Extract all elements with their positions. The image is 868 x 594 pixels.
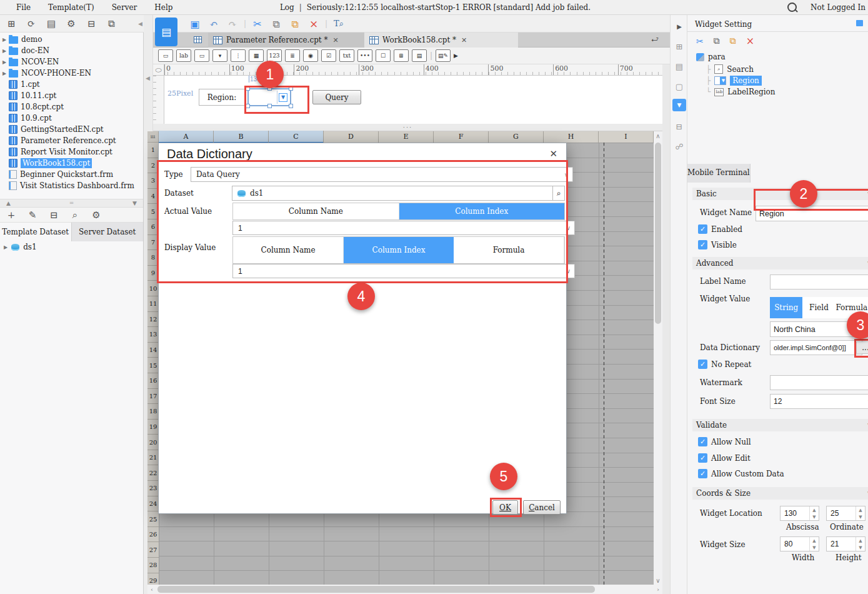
file-tree-item[interactable]: ▶ 10.9.cpt [0,113,143,124]
section-validate[interactable]: Validate▼ [692,419,868,431]
dialog-close-icon[interactable]: ✕ [549,148,557,159]
cell-element-icon[interactable]: ⊞ [672,40,686,53]
textarea-widget-icon[interactable]: ≣ [285,49,300,62]
dataset-settings-icon[interactable]: ⚙ [90,209,102,221]
file-tree-item[interactable]: ▶ Report Visit Monitor.cpt [0,146,143,158]
file-tree-item[interactable]: ▶ 10.8cpt.cpt [0,101,143,113]
toggle-option[interactable]: Column Index [344,237,454,263]
expand-arrow-icon[interactable]: ▶ [2,59,9,65]
undo-icon[interactable]: ↶ [206,16,221,31]
password-widget-icon[interactable]: ••• [357,49,372,62]
column-header[interactable]: F [434,131,489,143]
spin-down-icon[interactable]: ▼ [810,544,819,551]
row-header[interactable]: 28 [147,558,159,573]
splitter-up-icon[interactable]: ▲ [6,200,11,206]
horizontal-scroll-thumb[interactable] [157,586,595,593]
template-quick-access-icon[interactable]: ▤ [155,18,177,46]
label-name-input[interactable] [770,274,868,289]
tree-item-para[interactable]: para [696,53,726,61]
watermark-input[interactable] [770,375,868,390]
cut-icon[interactable]: ✂ [250,16,265,31]
no-repeat-checkbox[interactable]: ✓ [698,360,707,369]
tree-item-labelregion[interactable]: └ lab LabelRegion [706,88,776,96]
splitter-handle-icon[interactable]: = [69,200,74,206]
tab-list-icon[interactable]: ⮐ [651,35,659,44]
find-replace-icon[interactable]: T⌕ [331,16,346,31]
combobox-widget-icon[interactable]: ▾ [212,49,227,62]
scroll-left-icon[interactable]: ‹ [147,585,156,594]
dataset-item-ds1[interactable]: ▶ ds1 [4,243,37,251]
row-header[interactable]: 4 [147,189,159,204]
cancel-button[interactable]: Cancel [523,500,561,515]
row-header[interactable]: 23 [147,481,159,496]
preview-dataset-icon[interactable]: ⌕ [552,186,565,201]
file-tree-item[interactable]: ▶ doc-EN [0,45,143,56]
combobox-dropdown-icon[interactable]: ▼ [277,91,289,104]
expand-arrow-icon[interactable]: ▶ [2,37,9,43]
condition-attribute-icon[interactable]: ⊟ [672,120,686,133]
more-widgets-icon[interactable]: ▶ [454,53,458,59]
combocheck-widget-icon[interactable]: ⋮ [231,49,246,62]
delete-icon[interactable]: ⊟ [85,18,97,30]
save-icon[interactable]: ▣ [187,16,202,31]
data-dictionary-ellipsis-button[interactable]: ... [856,341,868,354]
menu-item[interactable]: Server [103,0,146,15]
expand-arrow-icon[interactable]: ▶ [2,71,9,76]
tree-item-region[interactable]: ├ ▼ Region [706,76,762,86]
ok-button[interactable]: OK [492,500,518,515]
font-size-dropdown[interactable]: 12 ∨ [770,394,868,409]
row-header[interactable]: 21 [147,450,159,466]
spin-up-icon[interactable]: ▲ [810,506,819,513]
file-tree-item[interactable]: ▶ GettingStartedEN.cpt [0,124,143,135]
row-header[interactable]: 11 [147,296,159,312]
tree-widget-icon[interactable]: ⊞ [394,49,409,62]
sheet-select-all-corner[interactable]: iii [147,131,159,143]
column-header[interactable]: E [379,131,434,143]
paste-icon[interactable]: ⧉ [730,36,736,46]
delete-icon[interactable]: × [746,35,754,47]
spin-up-icon[interactable]: ▲ [810,537,819,544]
toggle-option[interactable]: Column Name [233,237,344,263]
collapse-left-panel-icon[interactable]: ◀ [146,75,150,81]
refresh-icon[interactable]: ⟳ [25,18,37,30]
float-element-icon[interactable]: ▢ [672,80,686,93]
datepicker-widget-icon[interactable]: ▦ [249,49,264,62]
file-tree-item[interactable]: ▶ Parameter Reference.cpt [0,135,143,146]
row-header[interactable]: 16 [147,373,159,389]
vertical-scroll-thumb[interactable] [655,143,661,324]
redo-icon[interactable]: ↷ [225,16,240,31]
query-button[interactable]: Query [312,90,361,104]
menu-item[interactable]: File [7,0,39,15]
scroll-down-icon[interactable]: ∨ [654,576,662,585]
toggle-option[interactable]: Column Index [399,203,565,219]
radio-group-widget-icon[interactable]: ◉ [303,49,318,62]
tree-item-search[interactable]: ├ ⌕ Search [706,64,754,74]
column-header[interactable]: C [269,131,324,143]
cell-attribute-icon[interactable]: ▤ [672,60,686,73]
allow-edit-checkbox[interactable]: ✓ [698,453,707,463]
column-header[interactable]: D [324,131,379,143]
button-widget-icon[interactable]: ▭ [194,49,209,62]
close-tab-icon[interactable]: ✕ [460,36,468,44]
checkbox-widget-icon[interactable]: ☐ [376,49,391,62]
data-dictionary-input[interactable]: older.impl.SimConf@0]] [770,340,862,355]
toggle-option[interactable]: Formula [454,237,564,263]
height-spinner[interactable]: 21 ▲▼ [826,536,866,551]
row-header[interactable]: 9 [147,266,159,281]
toggle-option[interactable]: Column Name [233,203,399,219]
row-header[interactable]: 27 [147,542,159,558]
section-advanced[interactable]: Advanced▼ [692,257,868,269]
row-header[interactable]: 5 [147,204,159,219]
abscissa-spinner[interactable]: 130 ▲▼ [780,506,819,521]
tab-parameter-reference[interactable]: Parameter Reference.cpt * ✕ [208,33,374,48]
file-tree-item[interactable]: ▶ demo [0,34,143,45]
folder-settings-icon[interactable]: ⚙ [65,18,77,30]
menu-item[interactable]: Template(T) [39,0,103,15]
cut-icon[interactable]: ✂ [696,36,704,46]
file-tree-item[interactable]: ▶ WorkBook158.cpt [0,158,143,169]
row-header[interactable]: 7 [147,235,159,251]
dataset-dropdown[interactable]: ds1∨ [232,186,561,201]
file-tree-item[interactable]: ▶ 1.cpt [0,79,143,90]
column-header[interactable]: H [544,131,599,143]
row-header[interactable]: 20 [147,435,159,450]
